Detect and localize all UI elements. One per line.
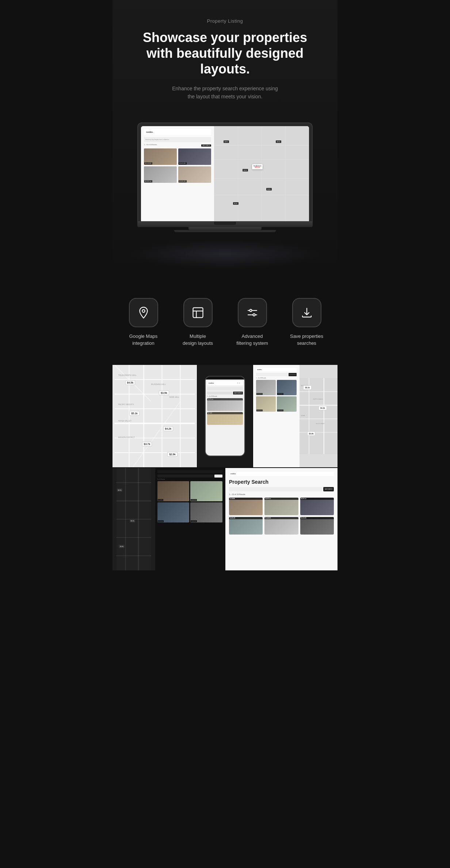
ps-price-4: $2,495,000	[229, 517, 263, 519]
ps-card-img-2: $4,479 /mo	[264, 498, 298, 515]
feature-item-maps: Google Mapsintegration	[123, 298, 163, 346]
ps-card-img-6: $2,419,000	[300, 517, 334, 535]
ps-card-2: $4,479 /mo	[264, 498, 298, 515]
feature-icon-filtering-wrap	[238, 298, 267, 327]
phone-navbar: resideo.	[207, 381, 243, 385]
screen-search-text: Search by City, Neighborhood, or Address	[145, 139, 169, 140]
desktop-results: 1 – 8 of 8 Results	[256, 377, 297, 379]
map-road-v3	[285, 126, 286, 221]
ps-card-img-4: $2,495,000	[229, 517, 263, 535]
laptop-mockup-container: resideo. Search by City, Neighborhood, o…	[127, 115, 323, 247]
dark-card-grid: $1,243MB $2,495,000 $5,450,000	[157, 481, 222, 522]
screen-card-img-2: $2,419,000	[178, 148, 211, 165]
dark-search-row: SAVE SEARCH	[157, 475, 222, 478]
laptop-mockup: resideo. Search by City, Neighborhood, o…	[137, 122, 313, 232]
desktop-price-1: $5,479 /mo	[256, 393, 263, 395]
screen-results-label: 1 – 13 of 16 Results	[144, 144, 157, 146]
screen-map-bg: $4.6k $4.5k $4.2k $3.9k $5.2k City Apart…	[214, 126, 309, 221]
svg-text:MISSION DISTRICT: MISSION DISTRICT	[118, 436, 135, 438]
svg-point-0	[142, 310, 145, 313]
phone-card-1: $2,275 /mo	[207, 398, 243, 411]
screenshot-dark-split: $4.5k $3.2k $5.0k SAVE SEARCH 8 of 8 Res…	[113, 468, 225, 570]
screen-listings-panel: resideo. Search by City, Neighborhood, o…	[141, 126, 214, 221]
phone-screen: resideo. SAVE SEARCH 1 – 8 of 8 Results …	[206, 380, 244, 456]
nav-dot-1	[237, 382, 238, 384]
map-bubble-2: $4.2k	[319, 406, 327, 410]
feature-item-layouts: Multipledesign layouts	[178, 298, 218, 346]
hero-title-line1: Showcase your properties	[143, 30, 307, 45]
filter-icon	[246, 306, 259, 319]
dark-card-img-4: $3,450,000	[190, 502, 222, 522]
screen-card-img-3: $4,500 /mo	[144, 166, 177, 183]
screen-price-1: $3,149,000	[144, 162, 152, 165]
screen-property-grid: $3,149,000 $2,419,000	[144, 148, 211, 183]
screen-logo: resideo.	[146, 131, 153, 133]
desktop-card-img-3: $5,000 /mo	[256, 396, 276, 412]
desktop-card-1: $5,479 /mo	[256, 380, 276, 395]
laptop-screen-outer: resideo. Search by City, Neighborhood, o…	[137, 122, 313, 222]
screenshot-desktop-split: resideo. SAVE SEARCH 1 – 8 of 8 Results …	[253, 365, 338, 467]
phone-search	[207, 387, 243, 390]
dark-card-4: $3,450,000	[190, 502, 222, 522]
desktop-save-btn: SAVE SEARCH	[289, 373, 297, 376]
feature-icon-maps-wrap	[129, 298, 158, 327]
laptop-notch	[214, 222, 236, 225]
desktop-card-2: $4,624 /mo	[277, 380, 297, 395]
screenshot-light-map: TELEGRAPH HILL RUSSIAN HILL NOB HILL PAC…	[113, 365, 197, 467]
map-pin-4: $3.9k	[266, 188, 272, 190]
hero-title-line2: with beautifully designed layouts.	[146, 46, 304, 76]
svg-point-5	[253, 314, 255, 316]
laptop-screen: resideo. Search by City, Neighborhood, o…	[141, 126, 309, 221]
map-price-tag-4: $4.2k	[163, 426, 173, 431]
phone-logo: resideo.	[209, 382, 214, 384]
desktop-map-panel: NICK POINT NORTH BEACH SOMA SOUTH PARK $…	[300, 365, 338, 467]
dark-card-2: $2,495,000	[190, 481, 222, 501]
ps-search-row: SAVE SEARCH	[229, 487, 334, 491]
phone-notch	[218, 377, 232, 380]
desktop-split-mock: resideo. SAVE SEARCH 1 – 8 of 8 Results …	[253, 365, 338, 467]
ps-price-6: $2,419,000	[300, 517, 334, 519]
feature-label-saves: Save propertiessearches	[290, 333, 323, 346]
desktop-map-svg: NICK POINT NORTH BEACH SOMA SOUTH PARK	[300, 365, 338, 467]
nav-dots	[237, 382, 240, 384]
screen-save-search: SAVE SEARCH	[201, 144, 211, 147]
dark-results-label: 8 of 8 Results	[157, 479, 222, 480]
hero-section: Property Listing Showcase your propertie…	[113, 0, 338, 276]
desktop-search	[256, 373, 288, 376]
svg-text:SOUTH PARK: SOUTH PARK	[316, 423, 325, 424]
dark-nav-bar	[157, 470, 222, 473]
phone-save-search: SAVE SEARCH	[233, 392, 243, 395]
map-popup: City Apartment $895,000	[252, 164, 263, 169]
dark-pin-1: $4.5k	[117, 488, 123, 492]
laptop-base	[137, 222, 313, 227]
map-price-tag-1: $4.5k	[125, 380, 136, 385]
ps-card-6: $2,419,000	[300, 517, 334, 535]
svg-point-4	[249, 309, 252, 312]
light-map-mock: TELEGRAPH HILL RUSSIAN HILL NOB HILL PAC…	[113, 365, 197, 467]
desktop-property-grid: $5,479 /mo $4,624 /mo $5,000 /mo	[256, 380, 297, 412]
dark-split-mock: $4.5k $3.2k $5.0k SAVE SEARCH 8 of 8 Res…	[113, 468, 225, 570]
hero-description: Enhance the property search experience u…	[156, 84, 294, 101]
map-price-tag-5: $3.7k	[142, 442, 152, 446]
svg-text:NORTH BEACH: NORTH BEACH	[313, 399, 323, 400]
screen-card-3: $4,500 /mo	[144, 166, 177, 183]
phone-filter-row: SAVE SEARCH	[207, 392, 243, 395]
dark-map-side: $4.5k $3.2k $5.0k	[113, 468, 155, 570]
laptop-stand	[188, 227, 262, 230]
ps-page-title: Property Search	[229, 479, 334, 485]
ps-card-5: $3,149,000	[264, 517, 298, 535]
dark-listings-side: SAVE SEARCH 8 of 8 Results $1,243MB $2,4…	[155, 468, 225, 570]
ps-card-img-1: $1,243MB	[229, 498, 263, 515]
map-pin-5: $5.2k	[233, 202, 239, 205]
desktop-price-2: $4,624 /mo	[277, 393, 283, 395]
desktop-listings-panel: resideo. SAVE SEARCH 1 – 8 of 8 Results …	[253, 365, 300, 467]
ps-price-2: $4,479 /mo	[264, 498, 298, 500]
feature-icon-layouts-wrap	[183, 298, 213, 327]
svg-text:HAYES VALLEY: HAYES VALLEY	[118, 420, 132, 422]
map-bubble-1: $5.1k	[303, 385, 312, 390]
map-pin-1: $4.6k	[224, 140, 229, 143]
svg-rect-1	[193, 308, 203, 318]
dark-search-field	[157, 475, 214, 478]
feature-label-layouts: Multipledesign layouts	[183, 333, 213, 346]
dark-price-1: $1,243MB	[158, 499, 163, 501]
